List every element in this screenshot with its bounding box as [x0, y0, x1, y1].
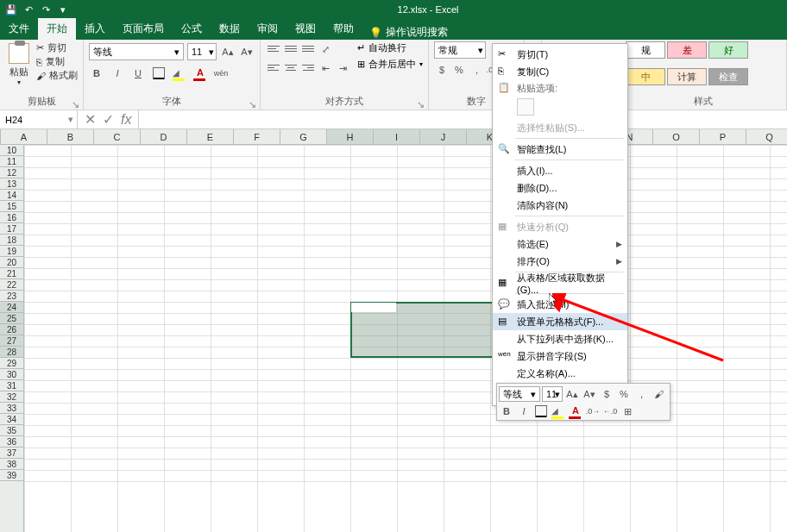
- name-box[interactable]: H24▾: [0, 110, 78, 128]
- ctx-delete[interactable]: 删除(D)...: [493, 179, 627, 197]
- formula-bar[interactable]: [138, 110, 787, 128]
- style-cell[interactable]: 计算: [667, 68, 707, 85]
- merge-center-button[interactable]: ⊞ 合并后居中 ▾: [357, 58, 423, 71]
- ctx-show-pinyin[interactable]: wén显示拼音字段(S): [493, 347, 627, 365]
- row-header[interactable]: 10: [0, 145, 23, 156]
- row-header[interactable]: 24: [0, 302, 23, 313]
- style-cell[interactable]: 检查: [708, 68, 748, 85]
- orientation-button[interactable]: ⤢: [318, 41, 333, 57]
- font-launcher-icon[interactable]: ↘: [248, 99, 256, 108]
- row-header[interactable]: 13: [0, 178, 23, 190]
- format-painter-button[interactable]: 🖌 格式刷: [36, 69, 78, 82]
- align-right-button[interactable]: [300, 60, 316, 74]
- style-cell[interactable]: 差: [667, 41, 707, 59]
- tab-view[interactable]: 视图: [286, 18, 324, 40]
- number-format-select[interactable]: 常规▾: [434, 41, 486, 59]
- ctx-format-cells[interactable]: ▤设置单元格格式(F)...: [493, 313, 627, 330]
- paste-dropdown-icon[interactable]: ▾: [17, 78, 21, 86]
- tab-data[interactable]: 数据: [211, 18, 249, 40]
- border-button[interactable]: [151, 66, 167, 81]
- alignment-launcher-icon[interactable]: ↘: [416, 99, 425, 108]
- cut-button[interactable]: ✂ 剪切: [36, 41, 78, 54]
- row-header[interactable]: 39: [0, 470, 23, 481]
- mini-font-size[interactable]: 11▾: [542, 386, 563, 402]
- column-header[interactable]: H: [327, 129, 374, 144]
- column-header[interactable]: O: [653, 129, 700, 144]
- mini-fill-color[interactable]: [551, 404, 566, 419]
- row-header[interactable]: 15: [0, 201, 23, 212]
- worksheet-grid[interactable]: 1011121314151617181920212223242526272829…: [0, 145, 787, 532]
- paste-option-default[interactable]: [517, 98, 534, 116]
- tab-formula[interactable]: 公式: [173, 18, 211, 40]
- mini-bold[interactable]: B: [499, 404, 514, 419]
- chevron-down-icon[interactable]: ▾: [419, 60, 423, 68]
- mini-percent[interactable]: %: [616, 386, 632, 402]
- grow-font-button[interactable]: A▴: [220, 44, 236, 59]
- tab-file[interactable]: 文件: [0, 18, 38, 40]
- indent-increase-button[interactable]: ⇥: [335, 60, 350, 76]
- redo-icon[interactable]: ↷: [40, 3, 52, 16]
- ctx-clear[interactable]: 清除内容(N): [493, 197, 627, 214]
- ctx-get-data[interactable]: ▦从表格/区域获取数据(G)...: [493, 274, 627, 291]
- tab-home[interactable]: 开始: [38, 18, 76, 40]
- tab-insert[interactable]: 插入: [76, 18, 114, 40]
- column-header[interactable]: P: [700, 129, 746, 144]
- row-header[interactable]: 30: [0, 369, 23, 380]
- tab-help[interactable]: 帮助: [324, 18, 362, 40]
- font-name-input[interactable]: 等线▾: [89, 43, 184, 60]
- style-cell[interactable]: 好: [708, 41, 748, 59]
- mini-dec-decimal[interactable]: ←.0: [602, 404, 618, 419]
- font-size-input[interactable]: 11▾: [187, 43, 217, 60]
- row-header[interactable]: 31: [0, 380, 23, 391]
- row-header[interactable]: 27: [0, 335, 23, 347]
- wrap-text-button[interactable]: ↵ 自动换行: [357, 41, 423, 54]
- chevron-down-icon[interactable]: ▾: [478, 45, 483, 56]
- row-header[interactable]: 36: [0, 436, 23, 448]
- ctx-sort[interactable]: 排序(O)▶: [493, 253, 627, 270]
- cells-area[interactable]: [24, 145, 787, 532]
- align-center-button[interactable]: [283, 60, 299, 74]
- mini-font-name[interactable]: 等线▾: [499, 386, 540, 402]
- row-header[interactable]: 28: [0, 347, 23, 358]
- row-header[interactable]: 38: [0, 459, 23, 470]
- row-header[interactable]: 35: [0, 425, 23, 436]
- ctx-cut[interactable]: ✂剪切(T): [493, 46, 627, 63]
- ctx-smart-lookup[interactable]: 🔍智能查找(L): [493, 141, 627, 158]
- fx-icon[interactable]: fx: [121, 112, 131, 128]
- save-icon[interactable]: 💾: [5, 3, 17, 16]
- align-bottom-button[interactable]: [300, 41, 316, 55]
- column-header[interactable]: I: [374, 129, 420, 144]
- row-header[interactable]: 20: [0, 257, 23, 268]
- row-header[interactable]: 16: [0, 212, 23, 223]
- font-color-button[interactable]: A: [192, 66, 208, 81]
- clipboard-launcher-icon[interactable]: ↘: [71, 99, 79, 108]
- column-header[interactable]: J: [420, 129, 467, 144]
- indent-decrease-button[interactable]: ⇤: [318, 60, 333, 76]
- row-header[interactable]: 18: [0, 235, 23, 246]
- mini-font-color[interactable]: A: [568, 404, 583, 419]
- column-header[interactable]: F: [234, 129, 280, 144]
- column-header[interactable]: C: [94, 129, 141, 144]
- currency-button[interactable]: $: [434, 62, 450, 78]
- mini-comma[interactable]: ，: [633, 386, 649, 402]
- row-header[interactable]: 22: [0, 279, 23, 291]
- row-header[interactable]: 32: [0, 391, 23, 403]
- align-middle-button[interactable]: [283, 41, 299, 55]
- shrink-font-button[interactable]: A▾: [239, 44, 255, 59]
- row-header[interactable]: 23: [0, 291, 23, 302]
- undo-icon[interactable]: ↶: [22, 3, 35, 16]
- paste-button[interactable]: 粘贴 ▾: [5, 41, 33, 88]
- qat-dropdown-icon[interactable]: ▾: [57, 3, 69, 16]
- mini-format-painter[interactable]: 🖌: [651, 386, 666, 402]
- column-header[interactable]: Q: [746, 129, 787, 144]
- row-header[interactable]: 29: [0, 358, 23, 369]
- align-top-button[interactable]: [266, 41, 281, 55]
- row-header[interactable]: 37: [0, 448, 23, 459]
- row-header[interactable]: 11: [0, 156, 23, 167]
- fill-color-button[interactable]: [172, 66, 187, 81]
- row-header[interactable]: 33: [0, 403, 23, 414]
- row-header[interactable]: 14: [0, 190, 23, 201]
- column-header[interactable]: E: [187, 129, 234, 144]
- tab-review[interactable]: 审阅: [249, 18, 286, 40]
- mini-grow-font[interactable]: A▴: [564, 386, 580, 402]
